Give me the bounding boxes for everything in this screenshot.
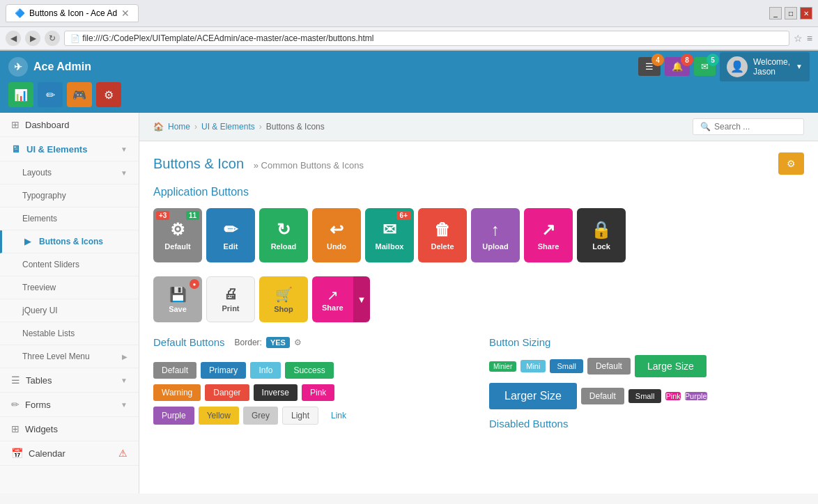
sidebar-item-tables[interactable]: ☰ Tables ▼ — [0, 368, 139, 393]
border-toggle-icon[interactable]: ⚙ — [294, 338, 302, 347]
breadcrumb-section[interactable]: UI & Elements — [201, 122, 255, 132]
close-button[interactable]: ✕ — [800, 7, 812, 19]
toolbar-edit-button[interactable]: ✏ — [38, 82, 63, 107]
sidebar-item-three-level-menu[interactable]: Three Level Menu ▶ — [0, 345, 139, 368]
app-btn-upload[interactable]: ↑ Upload — [471, 208, 520, 262]
btn-yellow[interactable]: Yellow — [199, 407, 239, 425]
refresh-button[interactable]: ↻ — [45, 31, 60, 46]
toolbar-game-button[interactable]: 🎮 — [67, 82, 92, 107]
btn-inverse[interactable]: Inverse — [254, 384, 298, 401]
sidebar-label-buttons-icons: Buttons & Icons — [39, 237, 103, 246]
btn-danger[interactable]: Danger — [205, 384, 249, 401]
badge-top-left: +3 — [156, 211, 169, 220]
btn-purple[interactable]: Purple — [153, 407, 194, 425]
sidebar-item-layouts[interactable]: Layouts ▼ — [0, 162, 139, 184]
user-menu[interactable]: 👤 Welcome, Jason ▼ — [720, 52, 810, 81]
toolbar-chart-button[interactable]: 📊 — [8, 82, 33, 107]
settings-button[interactable]: ⚙ — [778, 152, 804, 175]
sidebar-item-dashboard[interactable]: ⊞ Dashboard — [0, 113, 139, 137]
sidebar-item-buttons-icons[interactable]: ▶ Buttons & Icons — [0, 230, 139, 253]
browser-tab[interactable]: 🔷 Buttons & Icon - Ace Ad ✕ — [6, 4, 139, 22]
btn-warning[interactable]: Warning — [153, 384, 201, 401]
nav-bars-button[interactable]: ☰ 4 — [638, 57, 661, 76]
size-def2[interactable]: Default — [581, 388, 624, 404]
share-split-main[interactable]: ↗ Share — [312, 276, 353, 322]
btn-success[interactable]: Success — [285, 362, 333, 379]
user-name: Jason — [753, 67, 790, 77]
maximize-button[interactable]: □ — [785, 7, 797, 19]
edit-label: Edit — [224, 242, 238, 251]
app-btn-undo[interactable]: ↩ Undo — [312, 208, 361, 262]
top-navbar: ✈ Ace Admin ☰ 4 🔔 8 ✉ 5 👤 Welcome, Jason — [0, 51, 818, 82]
size-mini[interactable]: Mini — [520, 360, 546, 372]
search-box[interactable]: 🔍 — [693, 118, 804, 135]
sidebar-item-nestable-lists[interactable]: Nestable Lists — [0, 322, 139, 345]
app-btn-edit[interactable]: ✏ Edit — [206, 208, 255, 262]
sidebar-item-elements[interactable]: Elements — [0, 207, 139, 230]
btn-info[interactable]: Info — [250, 362, 281, 379]
breadcrumb-home[interactable]: Home — [168, 122, 190, 132]
size-small2[interactable]: Small — [628, 389, 662, 403]
caret-split-icon: ▼ — [357, 294, 366, 305]
sidebar-item-content-sliders[interactable]: Content Sliders — [0, 253, 139, 276]
size-purple[interactable]: Purple — [685, 392, 707, 400]
toolbar-row: 📊 ✏ 🎮 ⚙ — [0, 82, 818, 113]
widgets-icon: ⊞ — [11, 423, 20, 434]
search-input[interactable] — [714, 122, 798, 132]
back-button[interactable]: ◀ — [6, 31, 21, 46]
minimize-button[interactable]: _ — [769, 7, 782, 19]
btn-link[interactable]: Link — [323, 407, 355, 425]
button-sizing-title: Button Sizing — [489, 336, 804, 348]
app-btn-default[interactable]: +3 11 ⚙ Default — [153, 208, 202, 262]
nav-mail-button[interactable]: ✉ 5 — [694, 57, 716, 76]
btn-default[interactable]: Default — [153, 362, 196, 379]
app-btn-share-split[interactable]: ↗ Share ▼ — [312, 276, 370, 322]
sidebar-item-widgets[interactable]: ⊞ Widgets — [0, 417, 139, 441]
app-btn-lock[interactable]: 🔒 Lock — [577, 208, 626, 262]
main-content: 🏠 Home › UI & Elements › Buttons & Icons… — [139, 113, 818, 494]
app-btn-print[interactable]: 🖨 Print — [206, 276, 255, 322]
url-bar[interactable]: 📄 file:///G:/CodePlex/UITemplate/ACEAdmi… — [64, 31, 789, 46]
app-btn-mailbox[interactable]: 6+ ✉ Mailbox — [365, 208, 414, 262]
btn-grey[interactable]: Grey — [243, 407, 278, 425]
size-pink[interactable]: Pink — [665, 392, 680, 400]
size-small[interactable]: Small — [550, 359, 583, 373]
app-btn-save[interactable]: ● 💾 Save — [153, 276, 202, 322]
forward-button[interactable]: ▶ — [25, 31, 40, 46]
share-split-caret[interactable]: ▼ — [353, 276, 371, 322]
sidebar-item-forms[interactable]: ✏ Forms ▼ — [0, 393, 139, 417]
tab-close-icon[interactable]: ✕ — [121, 8, 130, 19]
reload-label: Reload — [271, 242, 297, 251]
btn-light[interactable]: Light — [282, 407, 318, 425]
save-label: Save — [169, 305, 187, 313]
shop-icon: 🛒 — [275, 286, 293, 303]
size-default[interactable]: Default — [587, 358, 631, 375]
app-btn-shop[interactable]: 🛒 Shop — [259, 276, 308, 322]
sidebar-label-widgets: Widgets — [25, 424, 58, 434]
breadcrumb-bar: 🏠 Home › UI & Elements › Buttons & Icons… — [139, 113, 818, 141]
app-btn-reload[interactable]: ↻ Reload — [259, 208, 308, 262]
size-large[interactable]: Large Size — [635, 355, 707, 377]
toolbar-settings-button[interactable]: ⚙ — [96, 82, 121, 107]
btn-primary[interactable]: Primary — [201, 362, 246, 379]
menu-icon[interactable]: ≡ — [807, 33, 812, 44]
border-yes[interactable]: YES — [266, 337, 290, 348]
caret-tables-icon: ▼ — [121, 377, 128, 384]
size-minier[interactable]: Minier — [489, 361, 516, 372]
default-buttons-title: Default Buttons — [153, 336, 225, 348]
sidebar-item-jquery-ui[interactable]: jQuery UI — [0, 299, 139, 322]
sidebar-item-typography[interactable]: Typography — [0, 184, 139, 207]
sidebar-item-calendar[interactable]: 📅 Calendar ⚠ — [0, 441, 139, 466]
sidebar-item-ui-elements[interactable]: 🖥 UI & Elements ▼ — [0, 137, 139, 162]
undo-icon: ↩ — [330, 220, 344, 239]
caret-forms-icon: ▼ — [121, 401, 128, 409]
app-btn-share[interactable]: ↗ Share — [524, 208, 573, 262]
nav-bell-button[interactable]: 🔔 8 — [665, 57, 690, 76]
size-larger[interactable]: Larger Size — [489, 383, 577, 409]
sidebar-item-treeview[interactable]: Treeview — [0, 276, 139, 299]
btn-pink[interactable]: Pink — [302, 384, 334, 401]
default-buttons-row3: Purple Yellow Grey Light Link — [153, 407, 468, 425]
app-btn-delete[interactable]: 🗑 Delete — [418, 208, 467, 262]
tab-title: Buttons & Icon - Ace Ad — [29, 8, 117, 18]
bookmark-icon[interactable]: ☆ — [794, 33, 803, 44]
